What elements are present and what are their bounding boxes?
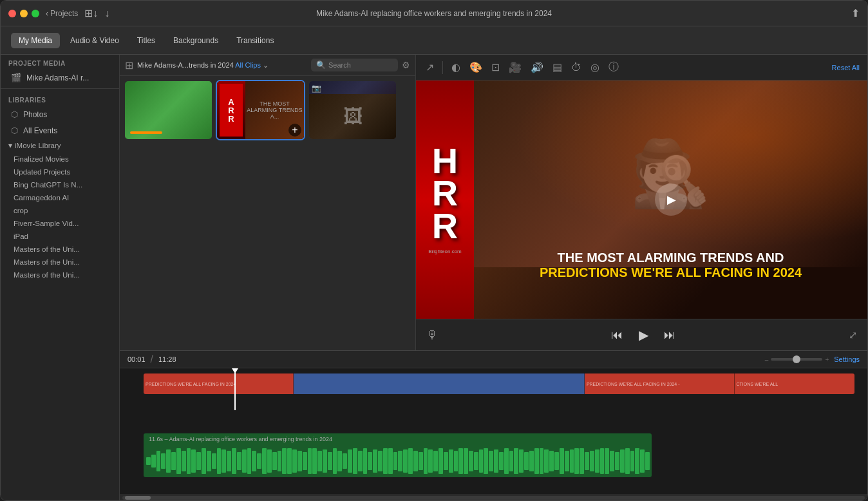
crop-icon[interactable]: ⊡ bbox=[489, 59, 502, 75]
mic-icon[interactable]: 🎙 bbox=[426, 328, 438, 342]
expand-button[interactable]: ⤢ bbox=[849, 329, 857, 341]
search-input[interactable] bbox=[328, 61, 393, 69]
sidebar-item-masters-1[interactable]: Masters of the Uni... bbox=[1, 243, 119, 256]
sidebar-item-ipad[interactable]: iPad bbox=[1, 230, 119, 243]
color-balance-icon[interactable]: ◐ bbox=[449, 59, 462, 75]
scrollbar-thumb[interactable] bbox=[125, 496, 151, 500]
waveform-bar bbox=[439, 448, 443, 474]
reset-all-button[interactable]: Reset All bbox=[832, 64, 860, 71]
sidebar-item-bing-chatgpt[interactable]: Bing ChatGPT Is N... bbox=[1, 178, 119, 191]
timeline-settings-button[interactable]: Settings bbox=[834, 355, 860, 363]
waveform-bar bbox=[398, 451, 402, 471]
waveform-bar bbox=[383, 448, 388, 474]
scrollbar-track[interactable] bbox=[122, 496, 865, 500]
tab-titles[interactable]: Titles bbox=[129, 33, 163, 48]
sidebar-item-finalized-movies[interactable]: Finalized Movies bbox=[1, 153, 119, 165]
sidebar-item-crop[interactable]: crop bbox=[1, 204, 119, 217]
sidebar-item-photos[interactable]: ⬡ Photos bbox=[3, 106, 117, 122]
waveform-bar bbox=[610, 451, 614, 471]
sidebar: PROJECT MEDIA 🎬 Mike Adams-AI r... LIBRA… bbox=[1, 55, 120, 501]
tab-audio-video[interactable]: Audio & Video bbox=[62, 33, 127, 48]
rewind-button[interactable]: ⏮ bbox=[611, 328, 623, 342]
waveform-bar bbox=[393, 452, 398, 470]
waveform-bar bbox=[454, 451, 458, 471]
waveform-bar bbox=[560, 448, 564, 474]
waveform-bar bbox=[368, 452, 372, 470]
dropdown-icon[interactable]: ⌄ bbox=[263, 61, 269, 69]
waveform-bar bbox=[484, 448, 488, 474]
waveform-bar bbox=[207, 451, 211, 471]
waveform-bar bbox=[419, 452, 423, 470]
share-icon[interactable]: ⬆ bbox=[851, 7, 860, 19]
media-title: Mike Adams-A...trends in 2024 All Clips … bbox=[137, 61, 307, 70]
import-icon[interactable]: ⊞↓ bbox=[84, 7, 98, 19]
waveform-bar bbox=[534, 448, 539, 474]
color-correct-icon[interactable]: 🎨 bbox=[467, 59, 484, 75]
waveform-bar bbox=[287, 448, 292, 474]
tab-backgrounds[interactable]: Backgrounds bbox=[165, 33, 226, 48]
waveform-bar bbox=[312, 448, 317, 474]
waveform-bar bbox=[171, 452, 176, 470]
tab-my-media[interactable]: My Media bbox=[11, 33, 60, 48]
video-segment-4[interactable]: CTIONS WE'RE ALL bbox=[735, 373, 855, 394]
projects-button[interactable]: ‹ Projects bbox=[46, 9, 78, 18]
play-button[interactable]: ▶ bbox=[633, 325, 654, 345]
arrow-tool-icon[interactable]: ↗ bbox=[424, 59, 436, 75]
waveform-bar bbox=[262, 448, 267, 474]
media-thumb-hrr[interactable]: A R R THE MOST ALARMING TRENDS A... + bbox=[217, 81, 304, 139]
waveform-bar bbox=[378, 451, 382, 471]
waveform-bar bbox=[580, 448, 584, 474]
view-toggle[interactable]: ⊞ bbox=[125, 59, 133, 71]
waveform-bar bbox=[519, 449, 524, 473]
filter-label[interactable]: All Clips bbox=[235, 61, 261, 69]
sidebar-item-carmageddon[interactable]: Carmageddon AI bbox=[1, 191, 119, 204]
project-media-label: PROJECT MEDIA bbox=[1, 55, 119, 70]
waveform-bar bbox=[504, 448, 509, 474]
preview-play-button[interactable]: ▶ bbox=[655, 184, 687, 216]
sidebar-item-project[interactable]: 🎬 Mike Adams-AI r... bbox=[3, 70, 117, 86]
waveform-bar bbox=[509, 451, 514, 471]
waveform-bar bbox=[540, 448, 544, 474]
down-arrow-icon[interactable]: ↓ bbox=[104, 8, 109, 19]
sidebar-item-masters-2[interactable]: Masters of the Uni... bbox=[1, 256, 119, 269]
video-segment-1[interactable]: PREDICTIONS WE'RE ALL FACING IN 2024 bbox=[144, 373, 294, 394]
sidebar-item-updated-projects[interactable]: Updated Projects bbox=[1, 165, 119, 178]
forward-button[interactable]: ⏭ bbox=[664, 328, 675, 342]
close-button[interactable] bbox=[8, 10, 16, 17]
zoom-track[interactable] bbox=[771, 358, 822, 361]
minimize-button[interactable] bbox=[20, 10, 28, 17]
sidebar-item-all-events[interactable]: ⬡ All Events bbox=[3, 122, 117, 138]
grid-view-icon: ⊞ bbox=[125, 59, 133, 71]
overlap-icon[interactable]: ◎ bbox=[589, 59, 601, 75]
waveform-bar bbox=[303, 452, 307, 470]
waveform-bar bbox=[585, 452, 589, 470]
events-icon: ⬡ bbox=[11, 126, 18, 135]
speed-icon[interactable]: ⏱ bbox=[569, 60, 583, 75]
waveform-bar bbox=[156, 451, 161, 471]
tab-transitions[interactable]: Transitions bbox=[229, 33, 281, 48]
waveform-bar bbox=[464, 448, 468, 474]
waveform-bar bbox=[348, 449, 352, 473]
audio-icon[interactable]: 🔊 bbox=[529, 59, 545, 75]
timeline-scrollbar[interactable] bbox=[120, 494, 867, 501]
imovie-library-parent[interactable]: ▾ iMovie Library bbox=[1, 138, 119, 153]
video-segment-3[interactable]: PREDICTIONS WE'RE ALL FACING IN 2024 - bbox=[585, 373, 735, 394]
zoom-plus-icon[interactable]: + bbox=[825, 356, 829, 363]
media-thumb-green[interactable] bbox=[125, 81, 212, 139]
libraries-label: LIBRARIES bbox=[1, 91, 119, 106]
film-icon: 🎬 bbox=[11, 73, 21, 82]
sidebar-item-masters-3[interactable]: Masters of the Uni... bbox=[1, 269, 119, 281]
zoom-minus-icon[interactable]: – bbox=[765, 356, 769, 363]
maximize-button[interactable] bbox=[32, 10, 39, 17]
info-icon[interactable]: ⓘ bbox=[607, 59, 621, 76]
preview-video[interactable]: H R R Brighteon.com 🕵️ bbox=[416, 80, 867, 319]
camera-icon[interactable]: 🎥 bbox=[507, 59, 524, 75]
waveform-bar bbox=[469, 451, 473, 471]
bars-icon[interactable]: ▤ bbox=[551, 59, 564, 75]
video-segment-2[interactable] bbox=[294, 373, 585, 394]
playhead[interactable] bbox=[234, 368, 236, 410]
settings-icon[interactable]: ⚙ bbox=[402, 60, 410, 70]
sidebar-item-fiverr[interactable]: Fiverr-Sample Vid... bbox=[1, 217, 119, 230]
add-clip-button[interactable]: + bbox=[288, 124, 301, 137]
media-thumb-painting[interactable]: 📷 🖼 bbox=[309, 81, 396, 139]
